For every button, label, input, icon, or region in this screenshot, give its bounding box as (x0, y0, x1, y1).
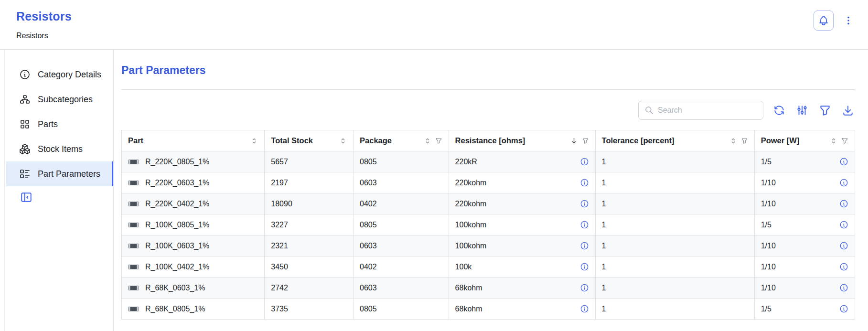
info-icon[interactable] (580, 178, 589, 187)
column-label: Resistance [ohms] (455, 136, 525, 145)
part-cell[interactable]: R_68K_0603_1% (122, 278, 265, 299)
refresh-button[interactable] (772, 103, 786, 117)
sidebar-item-part-parameters[interactable]: Part Parameters (6, 161, 113, 186)
column-header-total-stock[interactable]: Total Stock (265, 130, 354, 151)
info-icon[interactable] (839, 241, 848, 250)
search-icon (644, 106, 654, 115)
package-value: 0603 (360, 284, 377, 292)
sidebar-item-category-details[interactable]: Category Details (6, 62, 113, 87)
sidebar-item-label: Parts (38, 119, 58, 129)
header-actions (814, 11, 856, 31)
sidebar-item-subcategories[interactable]: Subcategories (6, 87, 113, 112)
search-box[interactable] (638, 101, 763, 120)
total-stock-cell: 5657 (265, 151, 354, 172)
part-cell[interactable]: R_220K_0402_1% (122, 193, 265, 214)
sort-icon[interactable] (424, 137, 431, 145)
filter-button[interactable] (818, 103, 832, 117)
resistor-chip-icon (128, 285, 139, 291)
column-settings-button[interactable] (795, 103, 809, 117)
download-button[interactable] (841, 103, 855, 117)
table-row[interactable]: R_100K_0805_1% 3227 0805 100kohm 1 1/5 (122, 214, 855, 235)
sort-icon[interactable] (729, 137, 737, 145)
info-icon[interactable] (839, 220, 848, 229)
tolerance-value: 1 (602, 221, 606, 229)
sidebar-collapse-icon (20, 191, 32, 203)
column-filter-icon[interactable] (435, 137, 442, 144)
column-header-tolerance[interactable]: Tolerance [percent] (595, 130, 754, 151)
power-value: 1/5 (761, 158, 772, 166)
tolerance-cell: 1 (595, 278, 754, 299)
bell-icon (818, 15, 829, 26)
package-value: 0603 (360, 242, 377, 250)
resistance-cell: 68kohm (449, 299, 595, 320)
total-stock-value: 3450 (271, 263, 288, 271)
resistance-cell: 100k (449, 256, 595, 278)
resistance-value: 68kohm (455, 305, 482, 313)
sort-icon[interactable] (830, 137, 837, 145)
sort-icon[interactable] (250, 137, 258, 145)
table-row[interactable]: R_220K_0603_1% 2197 0603 220kohm 1 1/10 (122, 172, 855, 193)
sidebar-collapse-button[interactable] (20, 191, 32, 203)
adjustments-icon (796, 104, 808, 117)
total-stock-value: 2321 (271, 242, 288, 250)
table-row[interactable]: R_220K_0402_1% 18090 0402 220kohm 1 1/10 (122, 193, 855, 214)
table-row[interactable]: R_100K_0402_1% 3450 0402 100k 1 1/10 (122, 256, 855, 278)
sort-desc-icon[interactable] (570, 137, 578, 145)
info-circle-icon (19, 69, 31, 80)
notifications-button[interactable] (814, 11, 834, 31)
panel-title: Part Parameters (121, 64, 855, 77)
menu-button[interactable] (841, 11, 856, 31)
info-icon[interactable] (580, 220, 589, 229)
column-header-resistance[interactable]: Resistance [ohms] (449, 130, 595, 151)
info-icon[interactable] (839, 262, 848, 271)
column-filter-icon[interactable] (582, 137, 589, 144)
part-cell[interactable]: R_100K_0805_1% (122, 214, 265, 235)
info-icon[interactable] (580, 283, 589, 292)
grid-icon (19, 118, 31, 130)
tolerance-value: 1 (602, 179, 606, 187)
part-cell[interactable]: R_100K_0603_1% (122, 235, 265, 256)
info-icon[interactable] (839, 178, 848, 187)
table-row[interactable]: R_220K_0805_1% 5657 0805 220kR 1 1/5 (122, 151, 855, 172)
part-parameters-table: Part Total Stock (121, 130, 855, 320)
info-icon[interactable] (839, 199, 848, 208)
column-filter-icon[interactable] (741, 137, 748, 144)
part-cell[interactable]: R_100K_0402_1% (122, 256, 265, 278)
sidebar-item-parts[interactable]: Parts (6, 112, 113, 137)
info-icon[interactable] (839, 304, 848, 313)
column-header-part[interactable]: Part (122, 130, 265, 151)
total-stock-value: 18090 (271, 200, 292, 208)
info-icon[interactable] (580, 157, 589, 166)
power-value: 1/10 (761, 242, 776, 250)
power-cell: 1/10 (754, 193, 855, 214)
info-icon[interactable] (580, 199, 589, 208)
resistance-cell: 100kohm (449, 214, 595, 235)
search-input[interactable] (658, 106, 757, 115)
part-cell[interactable]: R_220K_0603_1% (122, 172, 265, 193)
column-filter-icon[interactable] (841, 137, 848, 144)
column-header-package[interactable]: Package (354, 130, 449, 151)
info-icon[interactable] (839, 283, 848, 292)
sidebar-item-stock-items[interactable]: Stock Items (6, 137, 113, 161)
resistance-cell: 220kohm (449, 172, 595, 193)
table-row[interactable]: R_68K_0603_1% 2742 0603 68kohm 1 1/10 (122, 278, 855, 299)
info-icon[interactable] (839, 157, 848, 166)
column-header-power[interactable]: Power [W] (754, 130, 855, 151)
info-icon[interactable] (580, 304, 589, 313)
part-cell[interactable]: R_220K_0805_1% (122, 151, 265, 172)
power-cell: 1/5 (754, 151, 855, 172)
tolerance-value: 1 (602, 242, 606, 250)
sort-icon[interactable] (339, 137, 347, 145)
table-row[interactable]: R_100K_0603_1% 2321 0603 100kohm 1 1/10 (122, 235, 855, 256)
tolerance-value: 1 (602, 263, 606, 271)
table-row[interactable]: R_68K_0805_1% 3735 0805 68kohm 1 1/5 (122, 299, 855, 320)
package-value: 0805 (360, 221, 377, 229)
package-value: 0603 (360, 179, 377, 187)
package-value: 0402 (360, 200, 377, 208)
info-icon[interactable] (580, 262, 589, 271)
tolerance-cell: 1 (595, 214, 754, 235)
breadcrumb[interactable]: Resistors (16, 32, 72, 40)
part-cell[interactable]: R_68K_0805_1% (122, 299, 265, 320)
tolerance-cell: 1 (595, 256, 754, 278)
info-icon[interactable] (580, 241, 589, 250)
